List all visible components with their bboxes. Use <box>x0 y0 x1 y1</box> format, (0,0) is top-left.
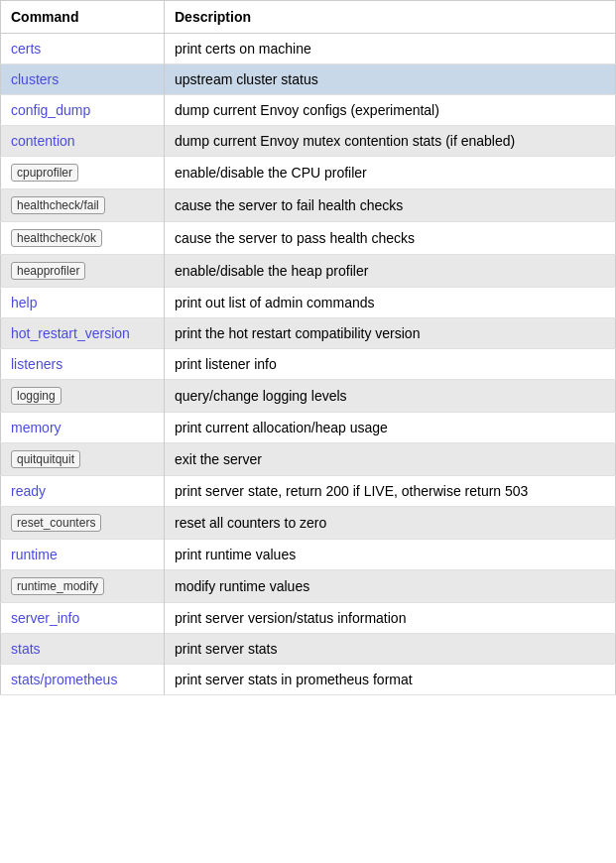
command-badge: heapprofiler <box>11 262 85 280</box>
table-row: helpprint out list of admin commands <box>1 288 616 318</box>
table-row: hot_restart_versionprint the hot restart… <box>1 318 616 349</box>
command-link[interactable]: stats <box>11 641 41 657</box>
command-cell: runtime <box>1 540 165 570</box>
table-row: listenersprint listener info <box>1 349 616 380</box>
table-row: loggingquery/change logging levels <box>1 380 616 413</box>
table-row: statsprint server stats <box>1 634 616 665</box>
command-link[interactable]: config_dump <box>11 102 90 118</box>
command-badge: quitquitquit <box>11 450 80 468</box>
table-row: certsprint certs on machine <box>1 34 616 64</box>
command-cell: memory <box>1 413 165 443</box>
command-cell: contention <box>1 126 165 157</box>
command-cell: ready <box>1 476 165 507</box>
description-cell: cause the server to fail health checks <box>165 189 616 222</box>
table-row: reset_countersreset all counters to zero <box>1 507 616 540</box>
description-header: Description <box>165 1 616 34</box>
description-cell: query/change logging levels <box>165 380 616 413</box>
description-cell: print listener info <box>165 349 616 380</box>
command-link[interactable]: server_info <box>11 610 79 626</box>
command-cell: reset_counters <box>1 507 165 540</box>
command-cell: help <box>1 288 165 318</box>
command-header: Command <box>1 1 165 34</box>
command-cell: certs <box>1 34 165 64</box>
command-badge: runtime_modify <box>11 577 104 595</box>
command-badge: cpuprofiler <box>11 164 78 182</box>
command-cell: config_dump <box>1 95 165 126</box>
command-cell: stats <box>1 634 165 665</box>
table-row: contentiondump current Envoy mutex conte… <box>1 126 616 157</box>
command-link[interactable]: certs <box>11 41 41 57</box>
command-link[interactable]: hot_restart_version <box>11 325 130 341</box>
command-link[interactable]: clusters <box>11 71 59 87</box>
description-cell: upstream cluster status <box>165 64 616 95</box>
description-cell: exit the server <box>165 443 616 476</box>
description-cell: print runtime values <box>165 540 616 570</box>
command-cell: listeners <box>1 349 165 380</box>
command-badge: reset_counters <box>11 514 101 532</box>
command-cell: logging <box>1 380 165 413</box>
description-cell: print out list of admin commands <box>165 288 616 318</box>
command-cell: stats/prometheus <box>1 665 165 695</box>
table-row: heapprofilerenable/disable the heap prof… <box>1 255 616 288</box>
table-row: server_infoprint server version/status i… <box>1 603 616 634</box>
command-badge: healthcheck/ok <box>11 229 102 247</box>
table-row: quitquitquitexit the server <box>1 443 616 476</box>
command-link[interactable]: contention <box>11 133 75 149</box>
description-cell: print server stats in prometheus format <box>165 665 616 695</box>
table-row: memoryprint current allocation/heap usag… <box>1 413 616 443</box>
description-cell: modify runtime values <box>165 570 616 603</box>
description-cell: dump current Envoy configs (experimental… <box>165 95 616 126</box>
description-cell: print server version/status information <box>165 603 616 634</box>
command-link[interactable]: help <box>11 295 37 310</box>
command-cell: heapprofiler <box>1 255 165 288</box>
description-cell: enable/disable the CPU profiler <box>165 157 616 189</box>
table-row: healthcheck/failcause the server to fail… <box>1 189 616 222</box>
command-cell: healthcheck/fail <box>1 189 165 222</box>
table-row: runtimeprint runtime values <box>1 540 616 570</box>
command-cell: quitquitquit <box>1 443 165 476</box>
command-cell: healthcheck/ok <box>1 222 165 255</box>
description-cell: print certs on machine <box>165 34 616 64</box>
command-badge: healthcheck/fail <box>11 196 105 214</box>
command-link[interactable]: listeners <box>11 356 62 372</box>
table-header-row: Command Description <box>1 1 616 34</box>
description-cell: reset all counters to zero <box>165 507 616 540</box>
command-cell: hot_restart_version <box>1 318 165 349</box>
command-cell: runtime_modify <box>1 570 165 603</box>
description-cell: print server state, return 200 if LIVE, … <box>165 476 616 507</box>
table-row: stats/prometheusprint server stats in pr… <box>1 665 616 695</box>
command-link[interactable]: ready <box>11 483 46 499</box>
command-badge: logging <box>11 387 62 405</box>
table-row: cpuprofilerenable/disable the CPU profil… <box>1 157 616 189</box>
description-cell: dump current Envoy mutex contention stat… <box>165 126 616 157</box>
table-row: runtime_modifymodify runtime values <box>1 570 616 603</box>
description-cell: print the hot restart compatibility vers… <box>165 318 616 349</box>
command-link[interactable]: memory <box>11 420 62 435</box>
description-cell: enable/disable the heap profiler <box>165 255 616 288</box>
table-row: readyprint server state, return 200 if L… <box>1 476 616 507</box>
description-cell: cause the server to pass health checks <box>165 222 616 255</box>
command-link[interactable]: runtime <box>11 547 58 562</box>
table-row: clustersupstream cluster status <box>1 64 616 95</box>
command-link[interactable]: stats/prometheus <box>11 672 117 687</box>
command-cell: server_info <box>1 603 165 634</box>
description-cell: print current allocation/heap usage <box>165 413 616 443</box>
command-cell: cpuprofiler <box>1 157 165 189</box>
description-cell: print server stats <box>165 634 616 665</box>
command-cell: clusters <box>1 64 165 95</box>
table-row: healthcheck/okcause the server to pass h… <box>1 222 616 255</box>
table-row: config_dumpdump current Envoy configs (e… <box>1 95 616 126</box>
